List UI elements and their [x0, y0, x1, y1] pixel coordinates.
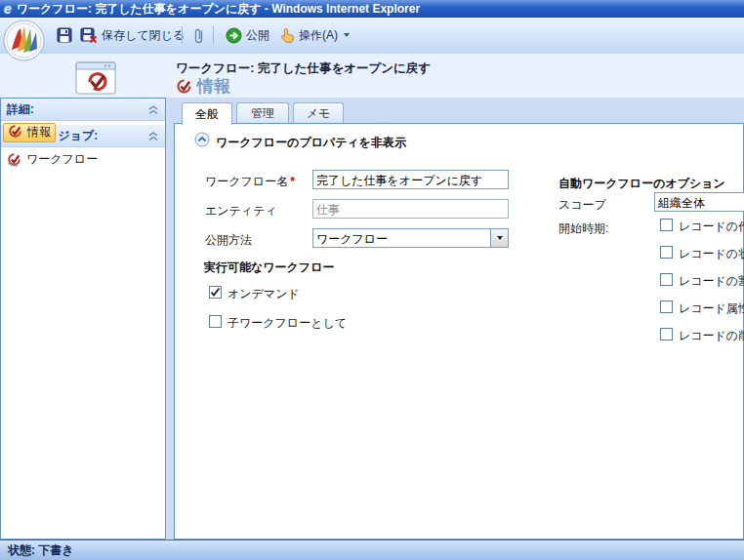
- sidebar-item-information[interactable]: 情報: [3, 123, 56, 142]
- trigger-record-status-label: レコードの状態の変更: [679, 246, 744, 262]
- required-marker: *: [290, 175, 295, 188]
- scope-value: 組織全体: [655, 193, 744, 211]
- check-icon: [210, 287, 221, 298]
- entity-label: エンティティ: [205, 203, 277, 220]
- trigger-record-assign-checkbox[interactable]: [660, 273, 673, 286]
- attach-button[interactable]: [188, 23, 209, 47]
- publish-method-select[interactable]: ワークフロー: [312, 228, 509, 248]
- tab-administration[interactable]: 管理: [236, 102, 289, 124]
- collapse-section-icon[interactable]: [147, 131, 159, 141]
- info-icon: [176, 78, 192, 98]
- actions-label: 操作(A): [299, 27, 338, 44]
- hide-properties-label: ワークフローのプロパティを非表示: [216, 135, 406, 151]
- trigger-record-delete-checkbox[interactable]: [660, 328, 673, 340]
- dropdown-arrow-icon: [497, 236, 503, 240]
- save-and-close-button[interactable]: 保存して閉じる: [76, 23, 188, 47]
- internet-explorer-icon: e: [4, 1, 12, 17]
- publish-label: 公開: [246, 27, 269, 44]
- actions-hand-icon: [280, 27, 295, 43]
- collapse-circle-icon: [194, 132, 210, 147]
- window-title: ワークフロー: 完了した仕事をオープンに戻す - Windows Interne…: [17, 1, 420, 18]
- tab-administration-label: 管理: [251, 105, 274, 122]
- runnable-workflow-header: 実行可能なワークフロー: [204, 260, 334, 276]
- form-header: ワークフロー: 完了した仕事をオープンに戻す 情報: [0, 54, 744, 98]
- auto-options-header: 自動ワークフローのオプション: [558, 176, 725, 192]
- trigger-record-delete-label: レコードの削除: [679, 328, 744, 344]
- save-button[interactable]: [53, 23, 76, 47]
- trigger-record-status-checkbox[interactable]: [660, 246, 673, 259]
- start-when-label: 開始時期:: [558, 220, 608, 237]
- actions-button[interactable]: 操作(A): [276, 23, 353, 47]
- chevron-down-icon: [344, 33, 350, 37]
- child-workflow-label: 子ワークフローとして: [227, 315, 347, 332]
- paperclip-icon: [192, 26, 205, 45]
- tab-general[interactable]: 全般: [182, 102, 232, 125]
- publish-method-label: 公開方法: [205, 232, 252, 249]
- toolbar-separator: [213, 26, 214, 44]
- scope-select[interactable]: 組織全体: [654, 192, 744, 212]
- window-titlebar: e ワークフロー: 完了した仕事をオープンに戻す - Windows Inter…: [0, 0, 744, 18]
- status-text: 状態: 下書き: [8, 542, 74, 559]
- information-icon: [8, 124, 22, 139]
- sidebar: 詳細: 情報 システム ジョブ: ワークフロー: [0, 98, 166, 540]
- publish-method-value: ワークフロー: [313, 229, 490, 247]
- collapse-section-icon[interactable]: [147, 104, 159, 115]
- on-demand-label: オンデマンド: [227, 286, 300, 302]
- main-toolbar: 保存して閉じる 公開 操作(A): [0, 18, 744, 55]
- trigger-record-assign-label: レコードの割り当て: [679, 273, 744, 290]
- page-subtitle: 情報: [197, 75, 230, 98]
- on-demand-checkbox[interactable]: [209, 286, 222, 299]
- workflow-icon: [7, 152, 21, 167]
- trigger-record-create-checkbox[interactable]: [660, 219, 673, 231]
- hide-properties-toggle[interactable]: [194, 132, 210, 150]
- trigger-record-attribute-label: レコード属性の変更: [679, 300, 744, 317]
- crm-logo: [3, 20, 45, 61]
- workflow-name-label: ワークフロー名: [205, 175, 288, 188]
- entity-input: 仕事: [312, 199, 509, 219]
- publish-button[interactable]: 公開: [222, 23, 273, 47]
- sidebar-item-workflow-label: ワークフロー: [26, 151, 98, 168]
- save-and-close-label: 保存して閉じる: [102, 27, 185, 44]
- tab-notes-label: メモ: [307, 105, 331, 122]
- trigger-record-attribute-checkbox[interactable]: [660, 300, 673, 313]
- tab-notes[interactable]: メモ: [293, 102, 344, 124]
- tab-general-label: 全般: [195, 106, 219, 123]
- sidebar-item-information-label: 情報: [27, 124, 51, 141]
- child-workflow-checkbox[interactable]: [209, 315, 222, 328]
- publish-icon: [226, 27, 242, 44]
- status-bar: 状態: 下書き: [0, 540, 744, 560]
- entity-icon: [73, 59, 118, 100]
- save-icon: [57, 27, 72, 43]
- workflow-name-input[interactable]: 完了した仕事をオープンに戻す: [312, 170, 509, 189]
- toolbar-separator: [182, 26, 183, 44]
- save-and-close-icon: [80, 27, 98, 44]
- sidebar-section-details-label: 詳細:: [7, 101, 34, 118]
- scope-label: スコープ: [558, 197, 606, 214]
- trigger-record-create-label: レコードの作成: [679, 219, 744, 235]
- dropdown-button[interactable]: [490, 229, 508, 247]
- sidebar-item-workflow[interactable]: ワークフロー: [3, 149, 163, 169]
- sidebar-section-details[interactable]: 詳細:: [1, 99, 165, 121]
